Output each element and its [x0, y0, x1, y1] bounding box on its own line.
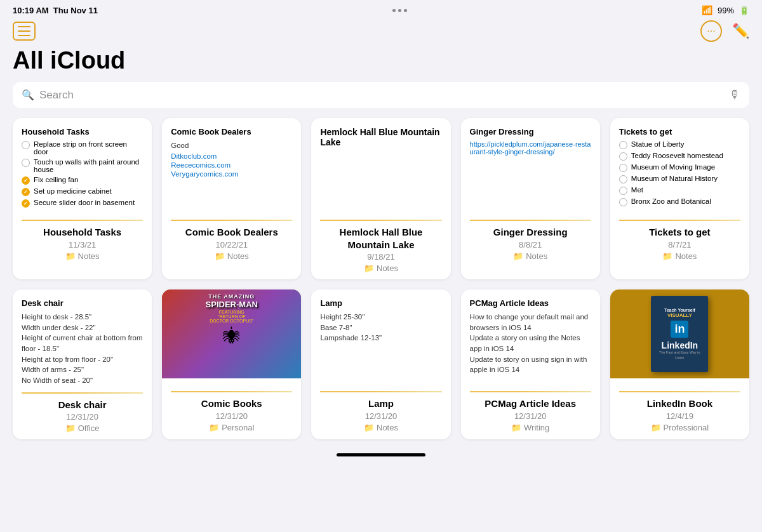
folder-icon: 📁	[511, 423, 521, 432]
note-footer-title: Comic Books	[168, 397, 295, 410]
note-card-lamp[interactable]: Lamp Height 25-30" Base 7-8" Lampshade 1…	[311, 289, 450, 439]
home-indicator	[0, 449, 762, 459]
folder-icon: 📁	[513, 251, 523, 261]
note-preview-title: Tickets to get	[619, 127, 740, 136]
note-footer-date: 8/7/21	[617, 240, 743, 249]
note-footer-folder: 📁 Professional	[617, 423, 743, 432]
folder-icon: 📁	[662, 251, 672, 261]
page-title-wrap: All iCloud	[0, 47, 762, 82]
status-center	[392, 9, 407, 12]
note-footer-date: 12/31/20	[467, 411, 594, 421]
note-card-linkedin-book[interactable]: Teach YourselfVISUALLY in LinkedIn The F…	[610, 289, 749, 439]
note-card-household-tasks[interactable]: Household Tasks Replace strip on front s…	[13, 118, 152, 279]
note-card-hemlock-hall[interactable]: Hemlock Hall Blue Mountain Lake Hemlock …	[311, 118, 450, 279]
check-circle-t4	[619, 175, 627, 183]
note-preview-title: Desk chair	[22, 298, 143, 308]
check-circle-t2	[619, 152, 627, 161]
note-footer: Comic Books 12/31/20 📁 Personal	[162, 392, 301, 439]
check-circle-2	[22, 159, 30, 167]
note-footer-date: 9/18/21	[318, 252, 444, 262]
note-card-comic-books[interactable]: THE AMAZING SPIDER-MAN FEATURING"RETURN …	[162, 289, 301, 439]
status-right: 📶 99% 🔋	[702, 5, 749, 15]
check-circle-t6	[619, 198, 627, 206]
check-item-5: Secure slider door in basement	[22, 199, 143, 208]
note-footer-folder: 📁 Writing	[467, 423, 594, 432]
note-card-pcmag[interactable]: PCMag Article Ideas How to change your d…	[461, 289, 600, 439]
ticket-item-5: Met	[619, 186, 740, 195]
note-footer-date: 8/8/21	[467, 240, 594, 249]
note-footer-title: Desk chair	[19, 399, 145, 411]
note-card-desk-chair[interactable]: Desk chair Height to desk - 28.5" Width …	[13, 289, 152, 439]
folder-icon: 📁	[364, 263, 374, 273]
note-footer-folder: 📁 Notes	[617, 251, 743, 261]
folder-icon: 📁	[65, 251, 76, 261]
note-footer-title: Hemlock Hall BlueMountain Lake	[318, 226, 444, 251]
note-footer: Comic Book Dealers 10/22/21 📁 Notes	[162, 221, 301, 267]
note-footer: Lamp 12/31/20 📁 Notes	[311, 392, 450, 439]
search-placeholder: Search	[39, 89, 724, 102]
folder-icon: 📁	[209, 423, 219, 432]
folder-icon: 📁	[65, 423, 76, 433]
check-circle-t5	[619, 187, 627, 195]
note-footer-title: Ginger Dressing	[467, 226, 594, 239]
link-reece: Reececomics.com	[171, 161, 292, 169]
note-footer-folder: 📁 Office	[19, 423, 145, 433]
note-footer: PCMag Article Ideas 12/31/20 📁 Writing	[461, 392, 600, 439]
note-footer-title: Household Tasks	[19, 226, 145, 239]
note-footer-title: Comic Book Dealers	[168, 226, 295, 239]
note-footer-folder: 📁 Notes	[168, 251, 295, 261]
check-item-3: Fix ceiling fan	[22, 176, 143, 185]
header: ··· ✏️	[0, 18, 762, 47]
note-footer-date: 10/22/21	[168, 240, 295, 249]
date: Thu Nov 11	[53, 6, 98, 15]
folder-icon: 📁	[215, 251, 225, 261]
wifi-icon: 📶	[702, 5, 712, 15]
search-wrap: 🔍 Search 🎙	[0, 82, 762, 118]
sidebar-toggle-button[interactable]	[13, 22, 36, 41]
check-circle-t3	[619, 164, 627, 172]
note-footer-folder: 📁 Notes	[467, 251, 594, 261]
note-footer-date: 12/31/20	[19, 412, 145, 422]
check-item-1: Replace strip on front screen door	[22, 140, 143, 156]
note-preview-title: Comic Book Dealers	[171, 127, 292, 136]
note-card-ginger-dressing[interactable]: Ginger Dressing https://pickledplum.com/…	[461, 118, 600, 279]
compose-button[interactable]: ✏️	[732, 23, 749, 39]
note-footer-folder: 📁 Personal	[168, 423, 295, 432]
ticket-item-3: Museum of Moving Image	[619, 163, 740, 172]
note-footer-date: 12/31/20	[168, 411, 295, 421]
linkedin-logo: in	[671, 321, 688, 338]
header-left	[13, 22, 36, 41]
battery-icon: 🔋	[739, 6, 749, 15]
note-footer-title: LinkedIn Book	[617, 397, 743, 410]
ticket-item-4: Museum of Natural History	[619, 175, 740, 183]
dot2	[398, 9, 401, 12]
check-item-2: Touch up walls with paint around house	[22, 158, 143, 173]
battery-percent: 99%	[718, 6, 734, 15]
search-bar[interactable]: 🔍 Search 🎙	[13, 82, 749, 108]
notes-grid-row2: Desk chair Height to desk - 28.5" Width …	[0, 289, 762, 449]
microphone-icon[interactable]: 🎙	[729, 88, 740, 102]
note-card-comic-book-dealers[interactable]: Comic Book Dealers Good Ditkoclub.com Re…	[162, 118, 301, 279]
note-card-tickets[interactable]: Tickets to get Statue of Liberty Teddy R…	[610, 118, 749, 279]
check-circle-4	[22, 188, 30, 196]
note-footer: LinkedIn Book 12/4/19 📁 Professional	[610, 392, 749, 439]
note-footer-folder: 📁 Notes	[318, 263, 444, 273]
page-title: All iCloud	[13, 47, 749, 74]
check-circle-5	[22, 199, 30, 208]
link-ginger: https://pickledplum.com/japanese-restaur…	[470, 140, 591, 156]
note-footer: Hemlock Hall BlueMountain Lake 9/18/21 📁…	[311, 221, 450, 279]
note-footer: Ginger Dressing 8/8/21 📁 Notes	[461, 221, 600, 267]
time: 10:19 AM	[13, 6, 49, 15]
comic-book-image: THE AMAZING SPIDER-MAN FEATURING"RETURN …	[162, 289, 301, 378]
link-ditko: Ditkoclub.com	[171, 152, 292, 160]
status-bar: 10:19 AM Thu Nov 11 📶 99% 🔋	[0, 0, 762, 18]
note-preview-title: PCMag Article Ideas	[470, 298, 591, 308]
note-footer-date: 12/4/19	[617, 411, 743, 421]
more-options-button[interactable]: ···	[700, 20, 722, 42]
ticket-item-1: Statue of Liberty	[619, 140, 740, 149]
note-preview-title: Ginger Dressing	[470, 127, 591, 136]
note-footer-date: 12/31/20	[318, 411, 444, 421]
link-verygary: Verygarycomics.com	[171, 170, 292, 178]
search-icon: 🔍	[22, 89, 34, 101]
ticket-item-2: Teddy Roosevelt homestead	[619, 152, 740, 161]
